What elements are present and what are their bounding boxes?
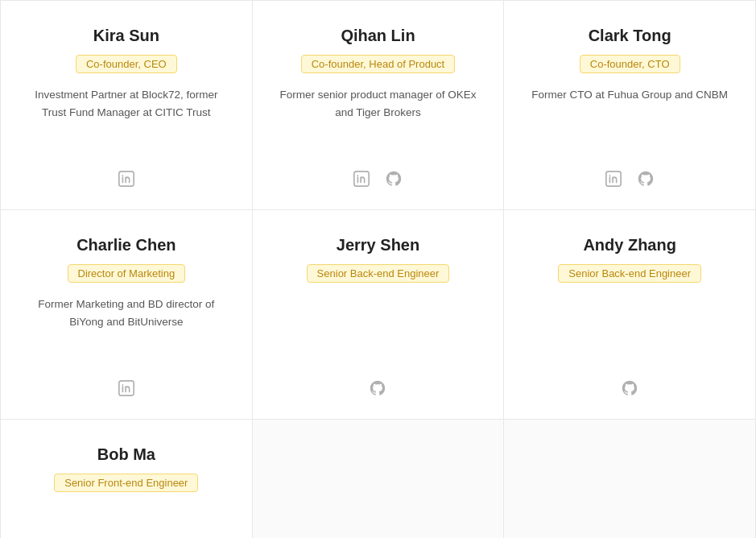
card-name: Andy Zhang (583, 236, 676, 255)
github-icon[interactable] (382, 168, 405, 190)
card-description: Former senior product manager of OKEx an… (272, 86, 485, 121)
card-badge: Director of Marketing (68, 264, 186, 283)
card-social-icons (618, 377, 641, 399)
card-social-icons (350, 168, 405, 190)
card-description: Investment Partner at Block72, former Tr… (20, 86, 233, 121)
card-social-icons (115, 168, 138, 190)
linkedin-icon[interactable] (115, 168, 138, 190)
card-social-icons (115, 377, 138, 399)
card-social-icons (602, 168, 657, 190)
card-name: Bob Ma (97, 445, 155, 464)
github-icon[interactable] (618, 377, 641, 399)
linkedin-icon[interactable] (350, 168, 373, 190)
linkedin-icon[interactable] (602, 168, 625, 190)
team-card: Bob Ma Senior Front-end Engineer (1, 420, 253, 538)
empty-card (504, 420, 756, 538)
card-badge: Co-founder, CEO (76, 55, 177, 73)
github-icon[interactable] (634, 168, 657, 190)
card-name: Qihan Lin (341, 27, 415, 45)
github-icon[interactable] (366, 377, 389, 399)
team-card: Kira Sun Co-founder, CEO Investment Part… (1, 1, 253, 210)
team-card: Andy Zhang Senior Back-end Engineer (504, 210, 756, 420)
team-card: Jerry Shen Senior Back-end Engineer (253, 210, 505, 420)
card-name: Jerry Shen (337, 236, 419, 255)
card-badge: Senior Front-end Engineer (54, 474, 198, 492)
card-badge: Co-founder, CTO (580, 55, 680, 73)
card-name: Clark Tong (589, 27, 671, 45)
card-name: Charlie Chen (76, 236, 176, 255)
team-grid: Kira Sun Co-founder, CEO Investment Part… (0, 0, 756, 538)
card-name: Kira Sun (93, 27, 159, 45)
team-card: Clark Tong Co-founder, CTO Former CTO at… (504, 1, 756, 210)
card-badge: Senior Back-end Engineer (558, 264, 701, 283)
team-card: Qihan Lin Co-founder, Head of Product Fo… (253, 1, 505, 210)
card-description: Former CTO at Fuhua Group and CNBM (525, 86, 734, 104)
team-card: Charlie Chen Director of Marketing Forme… (1, 210, 253, 420)
card-badge: Co-founder, Head of Product (301, 55, 456, 73)
card-badge: Senior Back-end Engineer (307, 264, 450, 283)
linkedin-icon[interactable] (115, 377, 138, 399)
card-social-icons (366, 377, 389, 399)
empty-card (253, 420, 505, 538)
card-description: Former Marketing and BD director of BiYo… (20, 296, 233, 330)
